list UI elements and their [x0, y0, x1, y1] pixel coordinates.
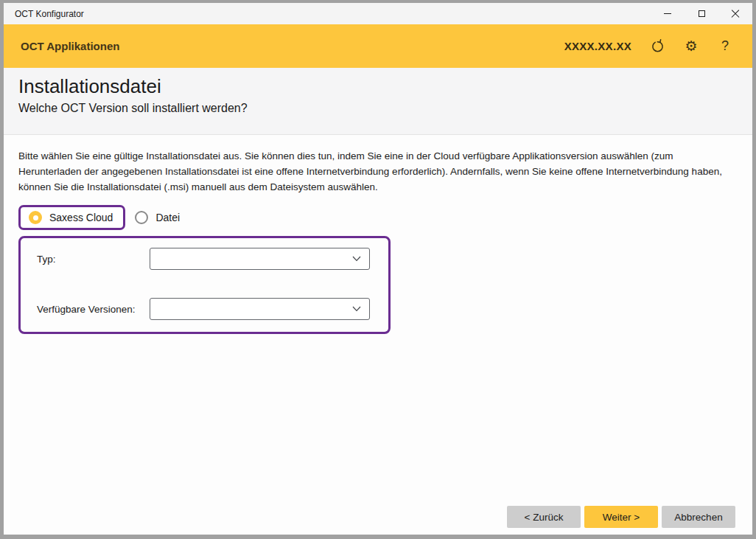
gear-icon[interactable]: ⚙	[683, 38, 699, 55]
intro-text: Bitte wählen Sie eine gültige Installati…	[18, 135, 727, 195]
main-content: Bitte wählen Sie eine gültige Installati…	[4, 135, 752, 535]
next-button[interactable]: Weiter >	[584, 506, 658, 528]
window-controls	[651, 3, 752, 24]
source-option-group: Saxess Cloud Datei	[18, 205, 752, 230]
type-row: Typ:	[37, 248, 370, 270]
radio-label[interactable]: Datei	[155, 212, 180, 223]
close-icon	[730, 9, 741, 19]
version-label: XXXX.XX.XX	[564, 40, 631, 52]
page-subtitle: Welche OCT Version soll installiert werd…	[18, 100, 752, 117]
cancel-button[interactable]: Abbrechen	[662, 506, 735, 528]
wizard-footer: < Zurück Weiter > Abbrechen	[507, 506, 735, 528]
back-button[interactable]: < Zurück	[507, 506, 581, 528]
window-title: OCT Konfigurator	[4, 9, 651, 19]
radio-selected-icon[interactable]	[29, 211, 42, 224]
chevron-down-icon	[352, 306, 361, 312]
versions-row: Verfügbare Versionen:	[37, 298, 370, 320]
app-window: OCT Konfigurator OCT Applikationen XXXX.…	[0, 0, 756, 539]
close-button[interactable]	[718, 3, 752, 24]
help-icon[interactable]: ?	[717, 38, 733, 55]
refresh-icon[interactable]	[649, 38, 665, 55]
radio-label[interactable]: Saxess Cloud	[49, 212, 113, 223]
page-title: Installationsdatei	[18, 73, 752, 100]
versions-label: Verfügbare Versionen:	[37, 304, 150, 315]
cloud-selection-group: Typ: Verfügbare Versionen:	[18, 236, 391, 334]
radio-option-datei[interactable]: Datei	[135, 211, 180, 224]
type-dropdown[interactable]	[150, 248, 370, 270]
window-title-bar[interactable]: OCT Konfigurator	[4, 3, 752, 24]
page-header: Installationsdatei Welche OCT Version so…	[4, 68, 752, 135]
maximize-button[interactable]	[685, 3, 718, 24]
type-label: Typ:	[37, 254, 150, 265]
radio-unselected-icon[interactable]	[135, 211, 148, 224]
versions-dropdown[interactable]	[150, 298, 370, 320]
radio-option-saxess-cloud[interactable]: Saxess Cloud	[18, 205, 125, 230]
app-header: OCT Applikationen XXXX.XX.XX ⚙ ?	[4, 24, 752, 68]
minimize-button[interactable]	[651, 3, 685, 24]
minimize-icon	[664, 13, 671, 14]
app-header-title: OCT Applikationen	[21, 40, 564, 52]
maximize-icon	[699, 10, 705, 17]
chevron-down-icon	[352, 256, 361, 262]
